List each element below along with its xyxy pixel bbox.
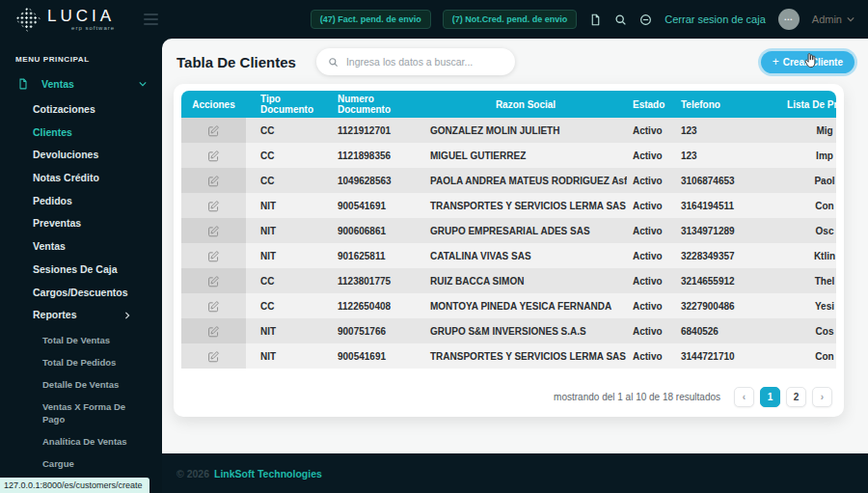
sidebar-item-reportes[interactable]: Reportes — [0, 304, 162, 327]
sidebar-section-label: MENU PRINCIPAL — [15, 55, 162, 64]
lista-precios-cell: Imp — [752, 143, 836, 168]
printer-icon[interactable] — [639, 14, 652, 26]
column-header-razon-social: Razon Social — [424, 91, 627, 118]
pending-badge-47-fact-pend-de-envio[interactable]: (47) Fact. pend. de envio — [311, 10, 431, 29]
lista-precios-cell: Osc — [752, 218, 836, 243]
sidebar-subitem-ventas-x-forma-de-pago[interactable]: Ventas X Forma De Pago — [0, 396, 162, 430]
numero-documento-cell: 1121912701 — [333, 118, 424, 143]
sidebar-subitem-total-de-pedidos[interactable]: Total De Pedidos — [0, 351, 162, 373]
topbar: LUCIA erp software (47) Fact. pend. de e… — [0, 0, 868, 39]
sidebar-menu: CotizacionesClientesDevolucionesNotas Cr… — [0, 98, 162, 304]
sidebar-item-sesiones-de-caja[interactable]: Sesiones De Caja — [0, 259, 162, 282]
numero-documento-cell: 900606861 — [333, 218, 424, 243]
sidebar-item-cargos-descuentos[interactable]: Cargos/Descuentos — [0, 282, 162, 305]
app-subtitle: erp software — [71, 25, 115, 31]
prev-page-button[interactable]: ‹ — [734, 387, 754, 407]
user-menu[interactable]: Admin — [812, 14, 854, 25]
sidebar-subitem-total-de-ventas[interactable]: Total De Ventas — [0, 329, 162, 351]
tipo-documento-cell: CC — [246, 168, 333, 193]
search-input[interactable] — [346, 56, 505, 68]
main-content: Tabla De Clientes + Crear Cliente Accion… — [162, 39, 868, 453]
create-client-button[interactable]: + Crear Cliente — [761, 51, 854, 73]
edit-button[interactable] — [204, 348, 223, 365]
next-page-button[interactable]: › — [812, 387, 832, 407]
edit-button[interactable] — [204, 173, 223, 189]
table-row: NIT900541691TRANSPORTES Y SERVICIOS LERM… — [181, 343, 836, 369]
edit-button[interactable] — [204, 223, 223, 239]
pending-badge-7-not-cred-pend-de-envio[interactable]: (7) Not.Cred. pend. de envio — [443, 10, 578, 29]
telefono-cell: 3228349357 — [675, 243, 752, 268]
edit-button[interactable] — [204, 123, 223, 139]
sidebar-item-ventas[interactable]: Ventas — [0, 235, 162, 259]
pencil-icon — [207, 275, 220, 288]
acciones-cell — [181, 143, 246, 168]
telefono-cell: 3227900486 — [675, 293, 752, 318]
search-box — [316, 48, 515, 75]
hamburger-icon[interactable] — [144, 14, 158, 25]
table-wrap: AccionesTipo DocumentoNumero DocumentoRa… — [181, 91, 836, 369]
sidebar: MENU PRINCIPAL Ventas CotizacionesClient… — [0, 39, 162, 493]
table-header-row: AccionesTipo DocumentoNumero DocumentoRa… — [181, 91, 836, 118]
acciones-cell — [181, 193, 246, 218]
tipo-documento-cell: CC — [246, 268, 333, 293]
page-button-2[interactable]: 2 — [786, 387, 806, 407]
report-submenu: Total De VentasTotal De PedidosDetalle D… — [0, 329, 162, 493]
document-icon[interactable] — [589, 14, 602, 26]
close-cash-session-link[interactable]: Cerrar sesion de caja — [665, 14, 766, 25]
table-row: NIT900606861GRUPO EMPRESARIAL ADES SASAc… — [181, 218, 836, 243]
search-icon[interactable] — [614, 14, 627, 26]
edit-button[interactable] — [204, 273, 223, 289]
sidebar-subitem-cargue[interactable]: Cargue — [0, 452, 162, 475]
edit-button[interactable] — [204, 148, 223, 164]
pencil-icon — [207, 124, 220, 137]
edit-button[interactable] — [204, 323, 223, 340]
pencil-icon — [207, 325, 220, 338]
avatar[interactable]: ••• — [778, 9, 800, 30]
edit-button[interactable] — [204, 198, 223, 214]
lista-precios-cell: Yesi — [752, 293, 836, 318]
sidebar-item-cotizaciones[interactable]: Cotizaciones — [0, 98, 162, 122]
pencil-icon — [207, 225, 220, 237]
sidebar-subitem-detalle-de-ventas[interactable]: Detalle De Ventas — [0, 373, 162, 396]
razon-social-cell: CATALINA VIVAS SAS — [424, 243, 627, 268]
sidebar-item-clientes[interactable]: Clientes — [0, 122, 162, 145]
razon-social-cell: TRANSPORTES Y SERVICIOS LERMA SAS — [424, 193, 627, 218]
table-body: CC1121912701GONZALEZ MOLIN JULIETHActivo… — [181, 118, 836, 369]
sidebar-item-ventas-root[interactable]: Ventas — [17, 78, 147, 90]
status-url: 127.0.0.1:8000/es/customers/create — [0, 478, 149, 493]
sidebar-item-pedidos[interactable]: Pedidos — [0, 190, 162, 213]
sidebar-item-notas-credito[interactable]: Notas Crédito — [0, 167, 162, 190]
table-row: CC1121912701GONZALEZ MOLIN JULIETHActivo… — [181, 118, 836, 143]
page-button-1[interactable]: 1 — [760, 387, 780, 407]
lista-precios-cell: Con — [752, 343, 836, 369]
table-row: CC1049628563PAOLA ANDREA MATEUS RODRIGUE… — [181, 168, 836, 193]
lista-precios-cell: Cos — [752, 318, 836, 343]
razon-social-cell: GRUPO EMPRESARIAL ADES SAS — [424, 218, 627, 243]
sidebar-subitem-analitica-de-ventas[interactable]: Analítica De Ventas — [0, 430, 162, 452]
sidebar-item-devoluciones[interactable]: Devoluciones — [0, 144, 162, 167]
razon-social-cell: TRANSPORTES Y SERVICIOS LERMA SAS — [424, 343, 627, 369]
sidebar-item-preventas[interactable]: Preventas — [0, 212, 162, 235]
edit-button[interactable] — [204, 298, 223, 315]
search-icon — [328, 57, 339, 68]
acciones-cell — [181, 168, 246, 193]
company-link[interactable]: LinkSoft Technologies — [214, 468, 322, 479]
column-header-acciones: Acciones — [181, 91, 246, 118]
table-row: NIT900751766GRUPO S&M INVERSIONES S.A.SA… — [181, 318, 836, 343]
telefono-cell: 123 — [675, 143, 752, 168]
logo-diamond-icon — [15, 7, 41, 32]
lista-precios-cell: Mig — [752, 118, 836, 143]
sidebar-root-label: Ventas — [41, 78, 74, 90]
razon-social-cell: MONTOYA PINEDA YESICA FERNANDA — [424, 293, 627, 318]
edit-button[interactable] — [204, 248, 223, 264]
telefono-cell: 3214655912 — [675, 268, 752, 293]
tipo-documento-cell: NIT — [246, 318, 333, 343]
topbar-badges: (47) Fact. pend. de envio(7) Not.Cred. p… — [311, 10, 578, 29]
estado-cell: Activo — [627, 168, 675, 193]
estado-cell: Activo — [627, 218, 675, 243]
numero-documento-cell: 1121898356 — [333, 143, 424, 168]
razon-social-cell: MIGUEL GUTIERREZ — [424, 143, 627, 168]
clients-table-card: AccionesTipo DocumentoNumero DocumentoRa… — [174, 84, 844, 417]
page-title: Tabla De Clientes — [176, 54, 296, 70]
pencil-icon — [207, 250, 220, 262]
